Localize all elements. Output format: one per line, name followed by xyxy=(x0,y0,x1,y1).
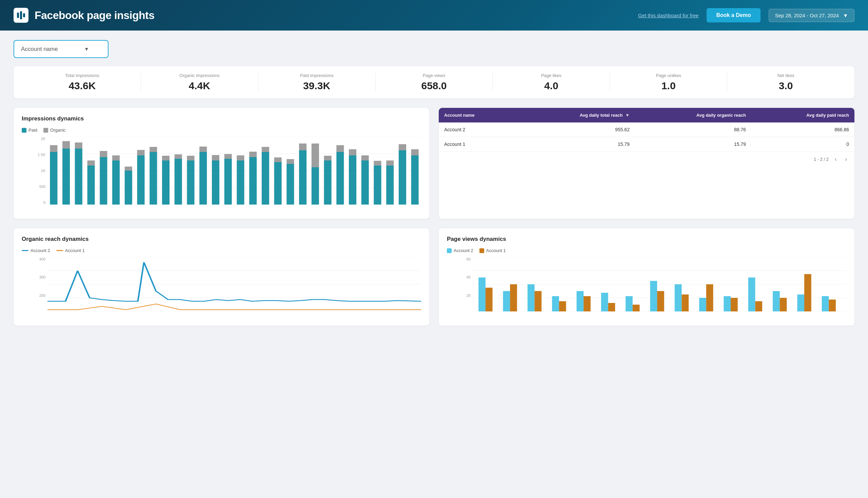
impressions-bar-svg xyxy=(48,137,421,205)
svg-rect-54 xyxy=(336,152,344,205)
pv-bar xyxy=(503,291,510,311)
pv-bar xyxy=(626,296,633,311)
svg-rect-60 xyxy=(374,166,381,205)
cell-paid-reach: 0 xyxy=(751,137,854,152)
pv-bar xyxy=(773,291,780,311)
svg-rect-35 xyxy=(212,155,219,160)
cell-total-reach: 955.62 xyxy=(518,122,635,137)
stat-page-views: Page views 658.0 xyxy=(375,73,493,92)
legend-pv-account2-label: Account 2 xyxy=(454,248,473,253)
pv-bar xyxy=(510,284,517,311)
svg-rect-10 xyxy=(62,148,70,205)
pv-bar xyxy=(559,301,566,311)
svg-rect-42 xyxy=(262,152,269,205)
svg-rect-39 xyxy=(237,155,244,160)
svg-rect-37 xyxy=(225,154,232,159)
reach-table-card: Account name Avg daily total reach ▼ Avg… xyxy=(439,108,854,219)
stat-net-likes: Net likes 3.0 xyxy=(727,73,844,92)
pv-bar xyxy=(804,274,811,311)
page-views-chart-card: Page views dynamics Account 2 Account 1 … xyxy=(439,228,854,326)
pv-bar xyxy=(822,296,829,311)
pv-bar xyxy=(608,303,615,311)
col-account-name: Account name xyxy=(439,108,518,122)
stats-row: Total impressions 43.6K Organic impressi… xyxy=(14,66,854,99)
page-views-chart-title: Page views dynamics xyxy=(447,236,846,243)
svg-rect-62 xyxy=(386,166,393,205)
legend-pv-account1-color xyxy=(479,248,484,253)
pv-bar xyxy=(723,296,731,311)
organic-reach-line-chart: 400300200 xyxy=(22,257,421,318)
col-avg-paid-reach: Avg daily paid reach xyxy=(751,108,854,122)
account-dropdown-arrow-icon: ▾ xyxy=(85,45,88,53)
svg-rect-15 xyxy=(88,160,95,166)
charts-top-row: Impressions dynamics Paid Organic 2K1.5K… xyxy=(14,108,854,219)
pv-bar xyxy=(552,296,559,311)
legend-account1-color xyxy=(56,250,63,251)
y-axis-labels: 2K1.5K1K5000 xyxy=(35,137,45,205)
legend-pv-account1-label: Account 1 xyxy=(486,248,506,253)
svg-rect-64 xyxy=(399,150,406,205)
legend-account2-color xyxy=(22,250,28,251)
account-name-dropdown[interactable]: Account name ▾ xyxy=(14,40,108,58)
pagination-info: 1 - 2 / 2 xyxy=(814,157,829,162)
legend-organic-label: Organic xyxy=(50,128,66,133)
pv-bar xyxy=(780,298,787,311)
svg-rect-9 xyxy=(50,145,57,152)
svg-rect-2 xyxy=(23,13,25,17)
stat-page-unlikes: Page unlikes 1.0 xyxy=(610,73,727,92)
col-avg-organic-reach: Avg daily organic reach xyxy=(635,108,751,122)
main-content: Account name ▾ Total impressions 43.6K O… xyxy=(0,30,868,335)
pagination-prev-button[interactable]: ‹ xyxy=(833,155,839,163)
svg-rect-47 xyxy=(286,159,294,164)
date-range-selector[interactable]: Sep 28, 2024 - Oct 27, 2024 ▼ xyxy=(769,9,854,22)
legend-pv-account2: Account 2 xyxy=(447,248,473,253)
account2-line xyxy=(48,262,421,301)
svg-rect-67 xyxy=(411,149,419,155)
svg-rect-51 xyxy=(311,144,319,167)
svg-rect-40 xyxy=(249,157,257,205)
svg-rect-12 xyxy=(75,148,82,205)
svg-rect-19 xyxy=(112,155,120,160)
stat-page-likes: Page likes 4.0 xyxy=(492,73,610,92)
svg-rect-43 xyxy=(262,147,269,152)
pv-bar xyxy=(706,284,713,311)
page-views-bar-chart: 604020 xyxy=(447,257,846,318)
svg-rect-61 xyxy=(374,161,381,166)
svg-rect-22 xyxy=(137,155,145,205)
svg-rect-17 xyxy=(100,151,107,157)
pv-bar xyxy=(748,277,756,311)
svg-rect-11 xyxy=(62,141,70,148)
cell-paid-reach: 866.86 xyxy=(751,122,854,137)
coupler-logo xyxy=(14,8,28,23)
cell-organic-reach: 88.76 xyxy=(635,122,751,137)
pv-bar xyxy=(633,305,640,311)
svg-rect-32 xyxy=(199,152,207,205)
pagination-next-button[interactable]: › xyxy=(843,155,849,163)
svg-rect-56 xyxy=(349,155,356,205)
svg-rect-29 xyxy=(175,154,182,159)
organic-y-axis: 400300200 xyxy=(35,257,45,311)
svg-rect-52 xyxy=(324,160,331,205)
svg-rect-14 xyxy=(88,166,95,205)
svg-rect-33 xyxy=(199,146,207,152)
pv-bar xyxy=(485,288,493,311)
svg-rect-59 xyxy=(361,155,369,160)
svg-rect-63 xyxy=(386,160,393,166)
col-avg-total-reach[interactable]: Avg daily total reach ▼ xyxy=(518,108,635,122)
stat-total-impressions: Total impressions 43.6K xyxy=(24,73,141,92)
svg-rect-24 xyxy=(149,152,157,205)
legend-paid-label: Paid xyxy=(28,128,37,133)
page-views-bar-svg xyxy=(473,257,846,311)
date-range-label: Sep 28, 2024 - Oct 27, 2024 xyxy=(775,13,839,18)
organic-reach-legend: Account 2 Account 1 xyxy=(22,248,421,253)
reach-table: Account name Avg daily total reach ▼ Avg… xyxy=(439,108,854,151)
get-dashboard-link[interactable]: Get this dashboard for free xyxy=(638,13,698,18)
pv-bar xyxy=(601,293,608,311)
svg-rect-31 xyxy=(187,156,194,160)
book-demo-button[interactable]: Book a Demo xyxy=(707,8,760,22)
pv-bar xyxy=(829,300,836,311)
legend-paid: Paid xyxy=(22,128,37,133)
legend-organic-color xyxy=(43,128,48,133)
table-pagination: 1 - 2 / 2 ‹ › xyxy=(439,151,854,167)
stat-organic-impressions: Organic impressions 4.4K xyxy=(141,73,258,92)
